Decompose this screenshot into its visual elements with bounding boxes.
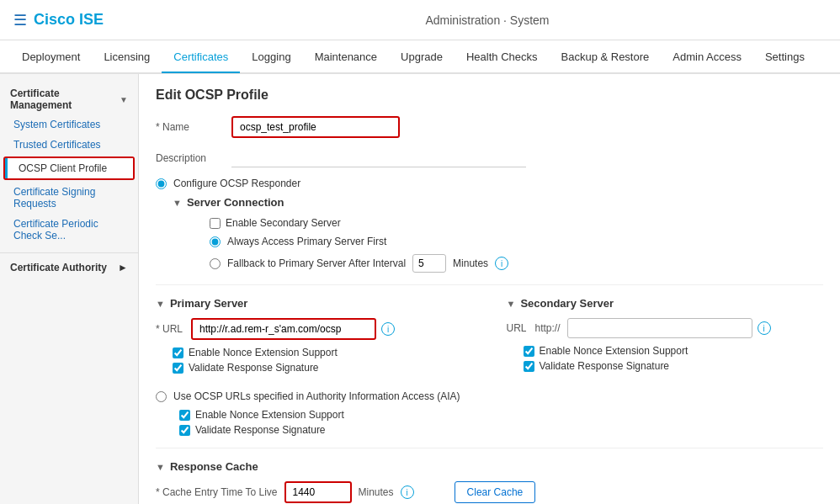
always-primary-label: Always Access Primary Server First <box>227 236 386 247</box>
primary-url-input[interactable] <box>191 318 376 340</box>
cache-entry-row: * Cache Entry Time To Live Minutes i Cle… <box>156 481 823 503</box>
desc-input[interactable] <box>231 148 526 167</box>
tab-maintenance[interactable]: Maintenance <box>303 42 389 73</box>
aia-validate-label: Validate Response Signature <box>195 424 326 436</box>
primary-url-label: * URL <box>156 323 183 335</box>
desc-label: Description <box>156 152 231 164</box>
response-cache-chevron: ▼ <box>156 462 165 472</box>
sidebar: Certificate Management ▼ System Certific… <box>0 74 139 504</box>
server-connection-header[interactable]: ▼ Server Connection <box>173 196 823 209</box>
tab-upgrade[interactable]: Upgrade <box>389 42 455 73</box>
aia-validate-row: Validate Response Signature <box>156 424 823 436</box>
aia-validate-checkbox[interactable] <box>179 425 190 436</box>
configure-ocsp-label: Configure OCSP Responder <box>173 178 300 189</box>
cache-entry-label: * Cache Entry Time To Live <box>156 486 278 498</box>
tab-backup-restore[interactable]: Backup & Restore <box>550 42 662 73</box>
secondary-url-input[interactable] <box>567 318 752 338</box>
minutes-label: Minutes <box>453 257 488 269</box>
primary-validate-label: Validate Response Signature <box>189 362 319 374</box>
secondary-validate-checkbox[interactable] <box>524 361 534 372</box>
server-connection-chevron: ▼ <box>173 198 182 208</box>
sidebar-section-cert-authority-label: Certificate Authority <box>10 262 107 273</box>
tab-admin-access[interactable]: Admin Access <box>661 42 753 73</box>
response-cache-section: ▼ Response Cache * Cache Entry Time To L… <box>156 460 823 503</box>
aia-section: Use OCSP URLs specified in Authority Inf… <box>156 390 823 436</box>
primary-server-header[interactable]: ▼ Primary Server <box>156 297 473 310</box>
secondary-url-row: URL http:// i <box>507 318 824 338</box>
fallback-info-icon[interactable]: i <box>495 257 508 270</box>
enable-secondary-checkbox[interactable] <box>210 218 221 229</box>
desc-row: Description <box>156 148 823 167</box>
aia-nonce-checkbox[interactable] <box>179 410 190 421</box>
response-cache-header[interactable]: ▼ Response Cache <box>156 460 823 473</box>
tab-health-checks[interactable]: Health Checks <box>455 42 550 73</box>
tab-certificates[interactable]: Certificates <box>162 42 240 73</box>
sidebar-item-ocsp-profile[interactable]: OCSP Client Profile <box>5 158 133 178</box>
page-header-title: Administration · System <box>148 13 827 27</box>
fallback-interval-input[interactable] <box>412 254 446 273</box>
primary-validate-checkbox[interactable] <box>173 363 183 374</box>
secondary-url-info-icon[interactable]: i <box>758 321 771 335</box>
fallback-radio[interactable] <box>210 258 221 269</box>
secondary-url-prefix: http:// <box>535 322 561 334</box>
sidebar-item-periodic-check[interactable]: Certificate Periodic Check Se... <box>0 214 138 246</box>
sidebar-section-cert-mgmt-label: Certificate Management <box>10 88 120 111</box>
cache-info-icon[interactable]: i <box>401 485 414 499</box>
nav-tabs: Deployment Licensing Certificates Loggin… <box>0 40 840 74</box>
secondary-nonce-checkbox[interactable] <box>524 346 534 357</box>
page-title: Edit OCSP Profile <box>156 88 823 103</box>
primary-server-column: ▼ Primary Server * URL i Enable Nonce Ex… <box>156 297 473 377</box>
secondary-nonce-label: Enable Nonce Extension Support <box>540 345 688 357</box>
primary-validate-row: Validate Response Signature <box>156 362 473 374</box>
cache-entry-input[interactable] <box>284 481 352 503</box>
server-connection-title: Server Connection <box>187 196 284 209</box>
aia-nonce-label: Enable Nonce Extension Support <box>195 409 344 421</box>
secondary-chevron: ▼ <box>507 299 516 309</box>
primary-nonce-checkbox[interactable] <box>173 347 183 358</box>
cache-minutes-label: Minutes <box>359 486 394 498</box>
top-bar: ☰ Cisco ISE Administration · System <box>0 0 840 40</box>
app-logo: Cisco ISE <box>34 11 104 29</box>
primary-server-title: Primary Server <box>170 297 248 310</box>
fallback-label: Fallback to Primary Server After Interva… <box>227 257 406 269</box>
name-row: * Name <box>156 116 823 138</box>
response-cache-title: Response Cache <box>170 460 258 473</box>
secondary-server-column: ▼ Secondary Server URL http:// i Enable … <box>507 297 824 377</box>
secondary-validate-label: Validate Response Signature <box>540 360 670 372</box>
tab-settings[interactable]: Settings <box>753 42 816 73</box>
always-primary-radio[interactable] <box>210 236 221 247</box>
primary-nonce-label: Enable Nonce Extension Support <box>189 347 338 358</box>
primary-url-info-icon[interactable]: i <box>381 322 395 336</box>
primary-url-row: * URL i <box>156 318 473 340</box>
secondary-server-header[interactable]: ▼ Secondary Server <box>507 297 824 310</box>
secondary-nonce-row: Enable Nonce Extension Support <box>507 345 824 357</box>
clear-cache-button[interactable]: Clear Cache <box>455 481 536 503</box>
name-input[interactable] <box>231 116 400 138</box>
main-layout: Certificate Management ▼ System Certific… <box>0 74 840 504</box>
tab-logging[interactable]: Logging <box>240 42 302 73</box>
enable-secondary-label: Enable Secondary Server <box>226 217 341 229</box>
aia-label: Use OCSP URLs specified in Authority Inf… <box>173 390 460 402</box>
tab-deployment[interactable]: Deployment <box>10 42 92 73</box>
content-area: Edit OCSP Profile * Name Description Con… <box>139 74 840 504</box>
sidebar-item-csr[interactable]: Certificate Signing Requests <box>0 182 138 214</box>
primary-nonce-row: Enable Nonce Extension Support <box>156 347 473 358</box>
name-label: * Name <box>156 121 231 133</box>
server-columns: ▼ Primary Server * URL i Enable Nonce Ex… <box>156 297 823 377</box>
sidebar-section-cert-mgmt[interactable]: Certificate Management ▼ <box>0 81 138 114</box>
tab-licensing[interactable]: Licensing <box>92 42 162 73</box>
sidebar-item-trusted-certs[interactable]: Trusted Certificates <box>0 135 138 155</box>
enable-secondary-row: Enable Secondary Server <box>193 217 823 229</box>
aia-radio[interactable] <box>156 391 167 402</box>
secondary-url-label: URL <box>507 322 527 334</box>
sidebar-item-system-certs[interactable]: System Certificates <box>0 114 138 135</box>
secondary-validate-row: Validate Response Signature <box>507 360 824 372</box>
secondary-server-title: Secondary Server <box>520 297 614 310</box>
configure-ocsp-radio[interactable] <box>156 178 167 189</box>
sidebar-section2-arrow: ► <box>118 262 128 273</box>
primary-chevron: ▼ <box>156 299 165 309</box>
hamburger-icon[interactable]: ☰ <box>13 11 27 29</box>
aia-nonce-row: Enable Nonce Extension Support <box>156 409 823 421</box>
sidebar-section-arrow: ▼ <box>120 95 128 104</box>
sidebar-section-cert-authority[interactable]: Certificate Authority ► <box>0 252 138 277</box>
